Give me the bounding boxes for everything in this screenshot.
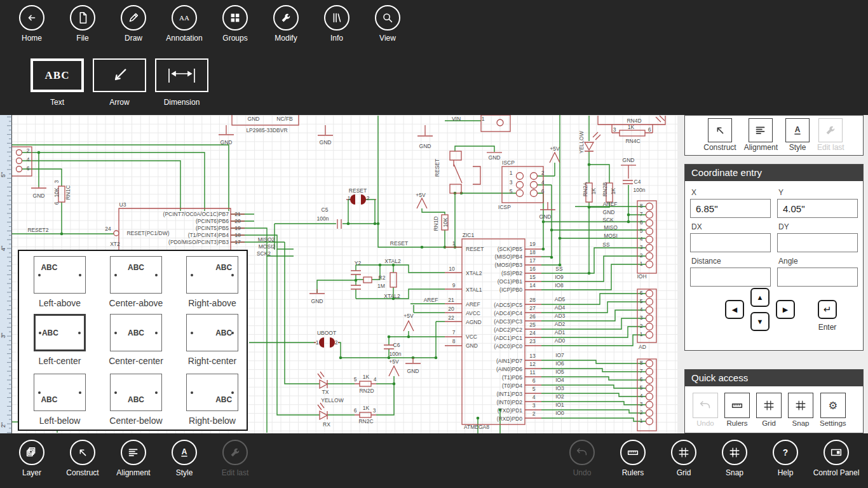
anchor-option-left-above[interactable]: ABCLeft-above: [22, 256, 98, 308]
anchor-preview-box: ABC: [34, 314, 86, 351]
schematic-label: 2: [27, 147, 30, 154]
toolbar-item-draw[interactable]: Draw: [108, 5, 159, 43]
mini-toolbar: Construct AlignmentA Style Edit last: [684, 115, 864, 156]
schematic-label: 1: [640, 331, 643, 337]
anchor-preview-box: ABC: [110, 314, 162, 351]
coord-input-distance[interactable]: [690, 268, 771, 287]
schematic-label: (ADC3)PC3: [494, 318, 522, 325]
toolbar-item-view[interactable]: View: [362, 5, 413, 43]
schematic-label: IO0: [555, 410, 564, 416]
quick-settings[interactable]: ⚙ Settings: [820, 393, 846, 427]
schematic-label: 3: [53, 180, 60, 184]
coord-input-y[interactable]: [777, 199, 858, 218]
nudge-right-button[interactable]: ▶: [776, 300, 795, 319]
snap-icon: [722, 440, 747, 465]
toolbar-item-modify[interactable]: Modify: [261, 5, 311, 43]
toolbar-item-home[interactable]: Home: [6, 5, 57, 43]
bottombar-item-style[interactable]: AStyle: [159, 440, 210, 477]
svg-text:A: A: [795, 125, 801, 134]
bottombar-item-control-panel[interactable]: Control Panel: [811, 440, 862, 477]
tool-arrow[interactable]: Arrow: [93, 58, 146, 107]
schematic-label: 16: [529, 266, 535, 272]
anchor-option-right-above[interactable]: ABCRight-above: [174, 256, 250, 308]
construct-icon: [70, 440, 95, 465]
panel-tool-construct[interactable]: Construct: [703, 118, 736, 155]
nudge-down-button[interactable]: ▼: [750, 312, 770, 331]
anchor-option-left-center[interactable]: ABCLeft-center: [22, 314, 98, 366]
schematic-label: 7: [640, 368, 643, 374]
coord-input-angle[interactable]: [777, 268, 858, 287]
bottombar-item-construct[interactable]: Construct: [57, 440, 108, 477]
schematic-label: 19: [529, 241, 535, 247]
bottombar-item-grid[interactable]: Grid: [658, 440, 709, 477]
schematic-label: 3: [532, 402, 536, 409]
quick-grid[interactable]: Grid: [756, 393, 782, 427]
bottombar-item-alignment[interactable]: Alignment: [108, 440, 159, 477]
bottombar-item-label: Edit last: [222, 468, 249, 477]
tool-label: Text: [50, 98, 64, 107]
schematic-label: (RXD)PD0: [497, 416, 522, 422]
schematic-label: RESET: [434, 159, 440, 177]
nudge-left-button[interactable]: ◀: [725, 300, 744, 319]
schematic-label: U3: [119, 201, 126, 208]
quick-label: Undo: [696, 419, 714, 427]
toolbar-item-info[interactable]: Info: [311, 5, 362, 43]
bottombar-item-snap[interactable]: Snap: [709, 440, 760, 477]
quick-label: Rulers: [726, 419, 747, 427]
schematic-label: SS: [602, 241, 609, 248]
draw-icon: [121, 5, 146, 30]
toolbar-item-file[interactable]: File: [57, 5, 108, 43]
nudge-up-button[interactable]: ▲: [750, 288, 770, 307]
schematic-label: AD4: [555, 304, 566, 311]
tool-dimension[interactable]: Dimension: [155, 58, 208, 107]
ruler-inch-label: 5": [0, 172, 6, 177]
schematic-label: IO4: [555, 377, 564, 383]
tool-text[interactable]: ABCText: [31, 58, 84, 107]
toolbar-item-annotation[interactable]: AAAnnotation: [159, 5, 210, 43]
panel-tool-style[interactable]: A Style: [785, 118, 810, 155]
enter-button[interactable]: ↵: [818, 300, 837, 319]
bottombar-item-help[interactable]: ?Help: [760, 440, 811, 477]
panel-tool-alignment[interactable]: Alignment: [744, 118, 778, 155]
bottombar-item-layer[interactable]: Layer: [6, 440, 57, 477]
toolbar-item-label: Home: [22, 34, 42, 43]
anchor-abc-sample: ABC: [128, 329, 144, 337]
schematic-label: RN2A: [582, 182, 588, 197]
coord-input-dx[interactable]: [690, 233, 771, 252]
schematic-label: SCK: [602, 217, 613, 223]
schematic-label: +5V: [389, 358, 398, 365]
enter-label: Enter: [810, 323, 845, 332]
schematic-label: (PCINT6)PB6: [196, 218, 229, 224]
anchor-option-right-below[interactable]: ABCRight-below: [174, 374, 250, 426]
quick-snap[interactable]: Snap: [788, 393, 813, 427]
anchor-dot-left: [114, 274, 117, 276]
schematic-label: UBOOT: [317, 330, 336, 336]
anchor-option-label: Center-above: [109, 298, 163, 308]
schematic-label: (PCINT5)PB5: [196, 225, 229, 231]
ruler-inch-label: 2": [0, 423, 6, 428]
schematic-label: (ICP)PB0: [499, 287, 522, 293]
anchor-option-left-below[interactable]: ABCLeft-below: [22, 374, 98, 426]
schematic-label: 2: [640, 409, 643, 416]
schematic-label: 4: [640, 393, 643, 399]
view-icon: [375, 5, 400, 30]
anchor-option-center-below[interactable]: ABCCenter-below: [98, 374, 174, 426]
bottombar-item-rulers[interactable]: Rulers: [607, 440, 658, 477]
schematic-label: 19: [234, 225, 240, 231]
schematic-label: 3: [640, 244, 643, 250]
coord-input-dy[interactable]: [777, 233, 858, 252]
schematic-label: (ADC5)PC5: [494, 302, 522, 308]
grid-icon: [756, 393, 782, 418]
quick-rulers[interactable]: Rulers: [724, 393, 750, 427]
anchor-option-center-center[interactable]: ABCCenter-center: [98, 314, 174, 366]
schematic-label: RESET: [466, 246, 484, 252]
anchor-option-center-above[interactable]: ABCCenter-above: [98, 256, 174, 308]
toolbar-item-groups[interactable]: Groups: [210, 5, 261, 43]
bottombar-item-label: Undo: [573, 468, 592, 477]
anchor-option-right-center[interactable]: ABCRight-center: [174, 314, 250, 366]
schematic-label: MISO: [604, 224, 618, 231]
schematic-label: (MOSI)PB3: [495, 262, 522, 268]
anchor-preview-box: ABC: [186, 374, 238, 411]
coord-input-x[interactable]: [690, 199, 771, 218]
schematic-label: 3: [373, 407, 376, 414]
